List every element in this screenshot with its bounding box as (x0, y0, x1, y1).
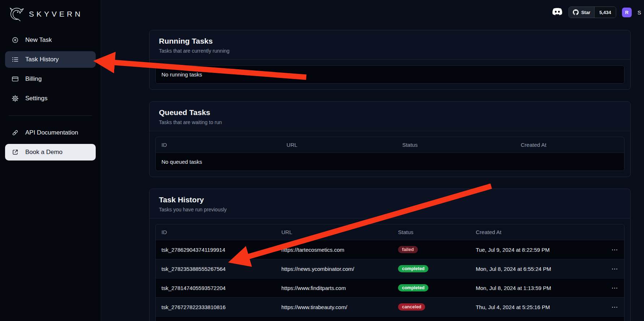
created-at-cell: Mon, Jul 8, 2024 at 6:55:24 PM (470, 259, 588, 278)
card-title: Task History (159, 195, 621, 204)
created-at-cell: Thu, Jun 27, 2024 at 8:38:58 PM (470, 317, 588, 321)
empty-state: No queued tasks (156, 153, 624, 171)
column-header-created-at: Created At (470, 224, 588, 240)
sidebar-item-label: Settings (25, 95, 47, 102)
column-header-url: URL (276, 224, 392, 240)
topbar: Star 5,434 R S (101, 0, 644, 25)
card-subtitle: Tasks that are currently running (159, 48, 621, 54)
card-title: Running Tasks (159, 37, 621, 45)
card-subtitle: Tasks you have run previously (159, 207, 621, 212)
sidebar-nav: New Task Task History Billing (0, 27, 101, 160)
empty-state: No running tasks (156, 66, 624, 83)
row-actions-button[interactable]: ⋯ (611, 247, 618, 253)
task-id-cell: tsk_276727822333810816 (156, 298, 276, 317)
row-actions-button[interactable]: ⋯ (611, 266, 618, 272)
sidebar-item-new-task[interactable]: New Task (5, 32, 96, 48)
url-cell: https://tartecosmetics.com (276, 240, 392, 259)
column-header-status: Status (392, 224, 470, 240)
sidebar-item-task-history[interactable]: Task History (5, 51, 96, 68)
column-header-actions (588, 224, 624, 240)
created-at-cell: Thu, Jul 4, 2024 at 5:25:16 PM (470, 298, 588, 317)
sidebar-item-label: API Documentation (25, 129, 78, 136)
main-area: Star 5,434 R S Running Tasks Tasks that … (101, 0, 644, 321)
created-at-cell: Tue, Jul 9, 2024 at 8:22:59 PM (470, 240, 588, 259)
status-badge: canceled (398, 303, 425, 311)
sidebar-item-label: Task History (25, 56, 59, 63)
avatar[interactable]: R (622, 8, 632, 17)
sidebar-item-label: Book a Demo (25, 149, 62, 156)
task-id-cell: tsk_278235388555267564 (156, 259, 276, 278)
task-history-table: ID URL Status Created At tsk_27862904374… (155, 224, 624, 321)
task-id-cell: tsk_274180139292204058 (156, 317, 276, 321)
gear-icon (11, 95, 19, 102)
sidebar-item-settings[interactable]: Settings (5, 90, 96, 107)
url-cell: https://news.ycombinator.com/ (276, 259, 392, 278)
table-row[interactable]: tsk_274180139292204058 https://www.geico… (156, 317, 624, 321)
queued-tasks-card: Queued Tasks Tasks that are waiting to r… (149, 101, 631, 177)
status-badge: completed (398, 265, 429, 272)
clipped-text: S (637, 9, 641, 16)
task-id-cell: tsk_278629043741199914 (156, 240, 276, 259)
status-badge: completed (398, 284, 429, 291)
task-history-card: Task History Tasks you have run previous… (149, 189, 631, 321)
table-row[interactable]: tsk_278235388555267564 https://news.ycom… (156, 259, 624, 278)
task-id-cell: tsk_278147405593572204 (156, 278, 276, 298)
queued-tasks-table: ID URL Status Created At No queued tasks (155, 137, 624, 171)
star-label: Star (581, 10, 590, 15)
star-count: 5,434 (594, 7, 616, 18)
table-header-row: ID URL Status Created At (156, 137, 624, 153)
sidebar-item-api-documentation[interactable]: API Documentation (5, 124, 96, 141)
link-icon (11, 129, 19, 136)
content: Running Tasks Tasks that are currently r… (101, 25, 644, 321)
card-title: Queued Tasks (159, 108, 621, 117)
dragon-logo-icon (8, 6, 25, 22)
plus-circle-icon (11, 36, 19, 44)
github-star-button[interactable]: Star 5,434 (569, 6, 616, 18)
sidebar-item-label: New Task (25, 36, 52, 44)
column-header-url: URL (281, 137, 396, 153)
row-actions-button[interactable]: ⋯ (611, 304, 618, 310)
table-row[interactable]: tsk_276727822333810816 https://www.tirab… (156, 298, 624, 317)
task-history-header: Task History Tasks you have run previous… (150, 189, 630, 219)
discord-icon[interactable] (552, 8, 563, 17)
url-cell: https://www.finditparts.com (276, 278, 392, 298)
column-header-id: ID (156, 137, 281, 153)
sidebar-item-book-a-demo[interactable]: Book a Demo (5, 144, 96, 160)
credit-card-icon (11, 75, 19, 83)
table-row[interactable]: tsk_278629043741199914 https://tartecosm… (156, 240, 624, 259)
queued-tasks-header: Queued Tasks Tasks that are waiting to r… (150, 102, 630, 131)
table-row[interactable]: tsk_278147405593572204 https://www.findi… (156, 278, 624, 298)
url-cell: https://www.geico.com (276, 317, 392, 321)
running-tasks-card: Running Tasks Tasks that are currently r… (149, 30, 631, 90)
table-header-row: ID URL Status Created At (156, 224, 624, 240)
sidebar-divider (9, 115, 92, 116)
brand: SKYVERN (0, 0, 101, 27)
url-cell: https://www.tirabeauty.com/ (276, 298, 392, 317)
external-link-icon (11, 149, 19, 156)
created-at-cell: Mon, Jul 8, 2024 at 1:13:59 PM (470, 278, 588, 298)
github-icon (573, 9, 579, 15)
column-header-id: ID (156, 224, 276, 240)
column-header-status: Status (397, 137, 515, 153)
running-tasks-table: No running tasks (155, 65, 624, 84)
sidebar: SKYVERN New Task Task History (0, 0, 101, 321)
row-actions-button[interactable]: ⋯ (611, 285, 618, 291)
list-icon (11, 56, 19, 63)
brand-name: SKYVERN (29, 10, 83, 18)
status-badge: failed (398, 246, 418, 253)
sidebar-item-billing[interactable]: Billing (5, 71, 96, 87)
running-tasks-header: Running Tasks Tasks that are currently r… (150, 30, 630, 60)
card-subtitle: Tasks that are waiting to run (159, 119, 621, 125)
sidebar-item-label: Billing (25, 75, 42, 83)
column-header-created-at: Created At (515, 137, 624, 153)
